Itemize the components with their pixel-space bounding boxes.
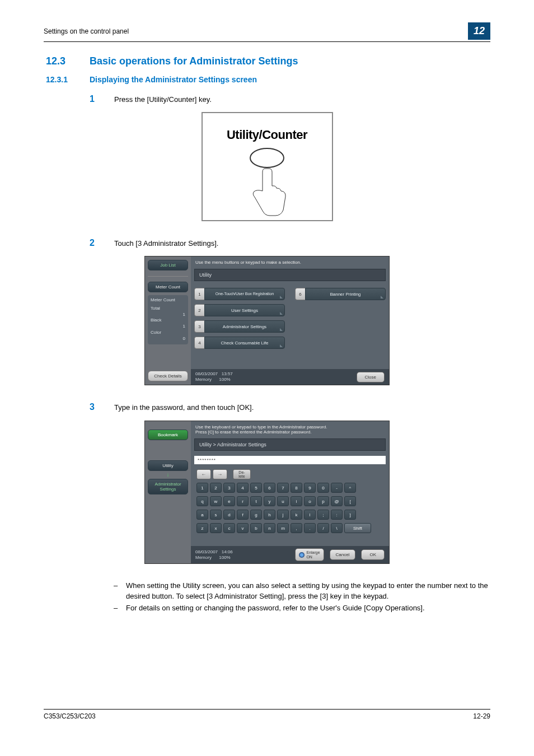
keyboard-key[interactable]: v (237, 523, 249, 533)
color-label: Color (151, 330, 161, 336)
keyboard-key[interactable]: \ (331, 523, 343, 533)
keyboard-key[interactable]: w (210, 496, 222, 506)
utility-counter-illustration: Utility/Counter (202, 112, 333, 221)
step-number: 3 (90, 402, 99, 412)
menu-check-consumable-life[interactable]: 4 Check Consumable Life (194, 337, 285, 349)
keyboard-key[interactable]: 9 (304, 483, 316, 493)
step-3: 3 Type in the password, and then touch [… (90, 402, 490, 412)
menu-banner-printing[interactable]: 6 Banner Printing (295, 288, 386, 300)
status-mem-value: 100% (219, 555, 230, 560)
keyboard-key[interactable]: 3 (223, 483, 235, 493)
keyboard-key[interactable]: r (237, 496, 249, 506)
status-date: 08/03/2007 (195, 549, 218, 554)
instruction-text: Use the keyboard or keypad to type in th… (191, 421, 389, 437)
keyboard-key[interactable]: z (196, 523, 208, 533)
color-value: 0 (183, 336, 185, 342)
keyboard-key[interactable]: s (210, 510, 222, 520)
keyboard-key[interactable]: 2 (210, 483, 222, 493)
keyboard-key[interactable]: . (304, 523, 316, 533)
keyboard-key[interactable]: n (264, 523, 275, 533)
administrator-settings-tab[interactable]: Administrator Settings (148, 479, 188, 494)
keyboard-key[interactable]: c (223, 523, 235, 533)
keyboard-row-1: 1234567890-^ (191, 481, 389, 494)
keyboard-key[interactable]: k (291, 510, 302, 520)
keyboard-key[interactable]: / (317, 523, 329, 533)
keyboard-key[interactable]: q (196, 496, 208, 506)
keyboard-key[interactable]: ] (344, 510, 356, 520)
header-text: Settings on the control panel (44, 27, 129, 35)
keyboard-key[interactable]: d (223, 510, 235, 520)
utility-counter-label: Utility/Counter (203, 128, 332, 142)
keyboard-key[interactable]: e (223, 496, 235, 506)
password-field[interactable]: ******** (194, 456, 386, 464)
keyboard-key[interactable]: 7 (277, 483, 289, 493)
delete-key[interactable]: De- lete (233, 469, 251, 479)
ok-button[interactable]: OK (361, 549, 385, 560)
bullet-dash: – (114, 603, 119, 614)
keyboard-key[interactable]: y (264, 496, 275, 506)
check-details-button[interactable]: Check Details (148, 371, 188, 381)
enlarge-button[interactable]: Enlarge ON (295, 548, 324, 561)
keyboard-key[interactable]: l (304, 510, 316, 520)
step-text: Press the [Utility/Counter] key. (114, 94, 212, 104)
keyboard-key[interactable]: 1 (196, 483, 208, 493)
keyboard-key[interactable]: ; (317, 510, 329, 520)
keyboard-key[interactable]: 4 (237, 483, 249, 493)
cancel-button[interactable]: Cancel (330, 549, 356, 560)
subsection-number: 12.3.1 (46, 75, 74, 84)
page-footer: C353/C253/C203 12-29 (44, 709, 490, 720)
keyboard-key[interactable]: m (277, 523, 289, 533)
close-button[interactable]: Close (357, 372, 385, 382)
status-mem-label: Memory (195, 555, 212, 560)
keyboard-key[interactable]: 6 (264, 483, 275, 493)
keyboard-key[interactable]: b (250, 523, 262, 533)
keyboard-key[interactable]: 5 (250, 483, 262, 493)
shift-key[interactable]: Shift (344, 523, 371, 533)
menu-administrator-settings[interactable]: 3 Administrator Settings (194, 320, 285, 333)
menu-index: 2 (194, 304, 204, 316)
keyboard-key[interactable]: 0 (317, 483, 329, 493)
status-bar: 08/03/2007 13:57 Memory 100% Close (191, 369, 389, 385)
job-list-tab[interactable]: Job List (148, 260, 188, 270)
keyboard-key[interactable]: p (317, 496, 329, 506)
left-sidebar: Bookmark Utility ↓ Administrator Setting… (145, 421, 191, 563)
keyboard-key[interactable]: : (331, 510, 343, 520)
keyboard-key[interactable]: x (210, 523, 222, 533)
keyboard-key[interactable]: o (304, 496, 316, 506)
keyboard-key[interactable]: j (277, 510, 289, 520)
keyboard-key[interactable]: [ (344, 496, 356, 506)
keyboard-key[interactable]: h (264, 510, 275, 520)
keyboard-key[interactable]: , (291, 523, 302, 533)
status-date: 08/03/2007 (195, 371, 218, 376)
keyboard-key[interactable]: i (291, 496, 302, 506)
menu-user-settings[interactable]: 2 User Settings (194, 304, 285, 316)
section-number: 12.3 (46, 55, 74, 67)
arrow-right-key[interactable]: → (213, 469, 227, 479)
menu-label: Check Consumable Life (204, 337, 285, 349)
subsection-heading: 12.3.1 Displaying the Administrator Sett… (46, 75, 490, 84)
keyboard-key[interactable]: - (331, 483, 343, 493)
keyboard-row-3: asdfghjkl;:] (191, 508, 389, 521)
bookmark-tab[interactable]: Bookmark (148, 430, 188, 440)
menu-one-touch[interactable]: 1 One-Touch/User Box Registration (194, 288, 285, 300)
keyboard-key[interactable]: f (237, 510, 249, 520)
keyboard-key[interactable]: a (196, 510, 208, 520)
utility-tab[interactable]: Utility (148, 460, 188, 471)
total-value: 1 (183, 312, 185, 318)
menu-index: 1 (194, 288, 204, 300)
bullet-dash: – (114, 581, 119, 602)
status-mem-label: Memory (195, 377, 212, 382)
keyboard-key[interactable]: g (250, 510, 262, 520)
keyboard-key[interactable]: 8 (291, 483, 302, 493)
keyboard-key[interactable]: t (250, 496, 262, 506)
keyboard-key[interactable]: @ (331, 496, 343, 506)
step-text: Type in the password, and then touch [OK… (114, 402, 254, 412)
total-label: Total (151, 306, 160, 312)
keyboard-key[interactable]: u (277, 496, 289, 506)
arrow-left-key[interactable]: ← (196, 469, 211, 479)
enlarge-icon (299, 552, 305, 558)
keyboard-row-4: zxcvbnm,./\Shift (191, 521, 389, 535)
keyboard-key[interactable]: ^ (344, 483, 356, 493)
status-mem-value: 100% (219, 377, 230, 382)
meter-count-tab[interactable]: Meter Count (148, 282, 188, 292)
